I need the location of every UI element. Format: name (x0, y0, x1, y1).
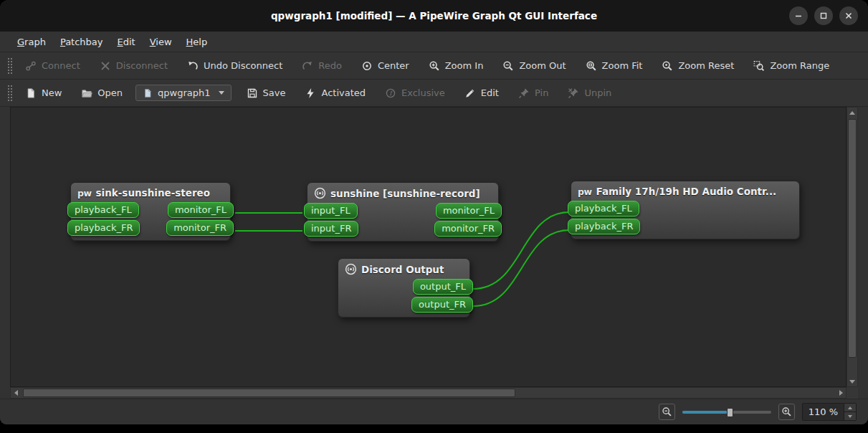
port-playback_FL[interactable]: playback_FL (568, 201, 639, 217)
port-playback_FL[interactable]: playback_FL (67, 202, 139, 218)
center-label: Center (378, 60, 409, 71)
zoom-out-icon (662, 406, 672, 417)
unpin-button[interactable]: Unpin (561, 84, 618, 103)
exclusive-toggle[interactable]: f Exclusive (378, 84, 452, 103)
new-button[interactable]: New (19, 84, 68, 103)
node-sunshine-record[interactable]: sunshine [sunshine-record] input_FL inpu… (307, 182, 499, 242)
node-title: Discord Output (338, 262, 469, 279)
titlebar[interactable]: qpwgraph1 [modified] — A PipeWire Graph … (0, 0, 868, 32)
port-input_FR[interactable]: input_FR (304, 221, 358, 237)
node-sink-sunshine-stereo[interactable]: pw sink-sunshine-stereo playback_FL play… (70, 182, 231, 241)
graph-canvas[interactable]: pw sink-sunshine-stereo playback_FL play… (10, 107, 846, 387)
menubar: Graph Patchbay Edit View Help (0, 32, 868, 52)
unpin-label: Unpin (584, 87, 611, 98)
activated-bolt-icon (305, 87, 316, 99)
zoom-fit-icon (586, 60, 597, 72)
port-output_FR[interactable]: output_FR (411, 297, 473, 313)
scrollbar-corner (846, 387, 858, 399)
unpin-icon (568, 87, 579, 99)
open-folder-icon (81, 87, 92, 99)
center-button[interactable]: Center (355, 57, 416, 75)
node-discord-output[interactable]: Discord Output output_FL output_FR (338, 258, 470, 318)
zoom-slider[interactable] (682, 406, 771, 419)
save-button[interactable]: Save (240, 84, 292, 103)
disconnect-button[interactable]: Disconnect (93, 57, 174, 75)
undo-disconnect-label: Undo Disconnect (204, 60, 282, 71)
close-button[interactable] (839, 6, 858, 25)
port-monitor_FL[interactable]: monitor_FL (436, 203, 502, 219)
patchbay-file-icon (143, 88, 153, 98)
zoom-range-button[interactable]: Zoom Range (747, 57, 836, 75)
zoom-spin-up-button[interactable] (844, 404, 856, 411)
menu-edit[interactable]: Edit (110, 34, 143, 50)
zoom-in-icon (429, 60, 440, 72)
pipewire-icon: pw (77, 188, 92, 199)
maximize-icon (819, 11, 829, 21)
zoom-out-status-button[interactable] (659, 404, 675, 420)
menu-view[interactable]: View (143, 34, 179, 50)
minimize-icon (793, 11, 803, 21)
zoom-reset-button[interactable]: Zoom Reset (655, 57, 740, 75)
edit-label: Edit (481, 87, 499, 98)
menu-graph[interactable]: Graph (10, 34, 53, 50)
zoom-reset-label: Zoom Reset (678, 60, 734, 71)
undo-icon (187, 60, 199, 72)
zoom-reset-icon (662, 60, 673, 72)
port-monitor_FL[interactable]: monitor_FL (168, 202, 234, 218)
node-title-text: Family 17h/19h HD Audio Contr... (596, 186, 777, 197)
zoom-in-status-button[interactable] (778, 404, 795, 420)
undo-disconnect-button[interactable]: Undo Disconnect (181, 57, 289, 75)
connect-button[interactable]: Connect (19, 57, 87, 75)
save-label: Save (263, 87, 286, 98)
toolbar-drag-handle[interactable] (7, 57, 13, 75)
zoom-spin-down-button[interactable] (844, 411, 856, 420)
menu-help[interactable]: Help (179, 34, 215, 50)
zoom-out-button[interactable]: Zoom Out (496, 57, 572, 75)
zoom-slider-handle[interactable] (727, 408, 733, 417)
statusbar: 110 % (0, 399, 868, 424)
edit-button[interactable]: Edit (458, 84, 505, 103)
node-title-text: sunshine [sunshine-record] (330, 188, 480, 199)
zoom-in-label: Zoom In (445, 60, 484, 71)
window-title: qpwgraph1 [modified] — A PipeWire Graph … (271, 10, 597, 22)
zoom-fit-button[interactable]: Zoom Fit (579, 57, 649, 75)
menu-patchbay[interactable]: Patchbay (53, 34, 110, 50)
node-title-text: Discord Output (361, 264, 444, 275)
zoom-spinbox[interactable]: 110 % (802, 403, 857, 421)
open-button[interactable]: Open (75, 84, 129, 103)
scroll-down-arrow[interactable] (847, 376, 857, 386)
activated-label: Activated (321, 87, 366, 98)
scroll-right-arrow[interactable] (836, 388, 846, 398)
open-label: Open (97, 87, 123, 98)
zoom-in-button[interactable]: Zoom In (422, 57, 490, 75)
port-monitor_FR[interactable]: monitor_FR (434, 221, 502, 237)
node-family-hd-audio[interactable]: pw Family 17h/19h HD Audio Contr... play… (571, 181, 800, 239)
pin-button[interactable]: Pin (512, 84, 555, 103)
port-playback_FR[interactable]: playback_FR (568, 219, 640, 234)
node-title: sunshine [sunshine-record] (307, 186, 498, 203)
zoom-fit-label: Zoom Fit (602, 60, 643, 71)
toolbar-drag-handle[interactable] (7, 85, 13, 102)
maximize-button[interactable] (814, 6, 833, 25)
scroll-up-arrow[interactable] (847, 108, 857, 118)
patchbay-profile-combobox[interactable]: qpwgraph1 (135, 85, 231, 101)
port-playback_FR[interactable]: playback_FR (67, 220, 140, 236)
zoom-in-icon (781, 406, 792, 417)
minimize-button[interactable] (789, 6, 808, 25)
center-icon (361, 60, 373, 72)
scroll-left-arrow[interactable] (11, 388, 21, 398)
redo-button[interactable]: Redo (295, 57, 348, 75)
activated-toggle[interactable]: Activated (298, 84, 372, 103)
zoom-out-label: Zoom Out (519, 60, 566, 71)
port-monitor_FR[interactable]: monitor_FR (166, 220, 234, 236)
connections-layer (11, 108, 846, 387)
disconnect-icon (100, 60, 111, 72)
window-controls (789, 6, 858, 25)
vertical-scrollbar-thumb[interactable] (848, 119, 857, 358)
horizontal-scrollbar[interactable] (10, 387, 846, 399)
vertical-scrollbar[interactable] (846, 107, 858, 387)
horizontal-scrollbar-thumb[interactable] (23, 389, 515, 397)
exclusive-label: Exclusive (401, 87, 445, 98)
port-input_FL[interactable]: input_FL (304, 203, 358, 219)
port-output_FL[interactable]: output_FL (413, 279, 473, 295)
